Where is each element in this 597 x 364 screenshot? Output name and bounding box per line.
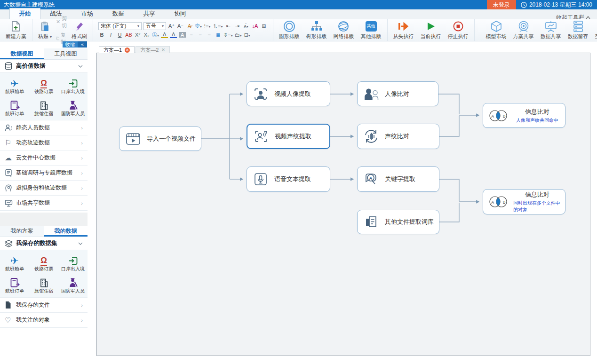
dataset-flight-order[interactable]: ✈航班订单: [0, 96, 29, 119]
dataset-border-entry[interactable]: 口岸出入境: [58, 252, 88, 274]
list-item-my-saved-files[interactable]: 我保存的文件›: [0, 298, 88, 313]
close-icon[interactable]: ✕: [125, 47, 130, 53]
tab-my-data[interactable]: 我的数据: [44, 226, 88, 237]
dataset-rail-ticket[interactable]: Ω铁路订票: [29, 74, 58, 96]
dataset-flight-order[interactable]: ✈航班订单: [0, 274, 29, 296]
bold-button[interactable]: B: [98, 32, 105, 38]
node-video-voiceprint-extract[interactable]: 视频声纹提取: [247, 124, 330, 149]
list-item-dynamic-track-data[interactable]: ⚐ 动态轨迹数据›: [0, 135, 88, 150]
flow-canvas[interactable]: 导入一个视频文件 视频人像提取 视频声纹提取 语音文本提取 人像比对 声纹比对 …: [96, 53, 590, 356]
dataset-border-entry[interactable]: 口岸出入境: [58, 74, 88, 96]
menu-tab-share[interactable]: 共享: [134, 8, 165, 19]
menu-tab-data[interactable]: 数据: [103, 8, 134, 19]
phonetic-icon[interactable]: 变▾: [195, 23, 202, 30]
char-scale-icon[interactable]: ᴀ́▾: [243, 23, 250, 29]
circle-layout-button[interactable]: 圆形排版: [276, 20, 303, 40]
new-plan-button[interactable]: 新建方案: [2, 20, 30, 40]
char-shade-icon[interactable]: A: [179, 32, 186, 38]
font-decrease-icon[interactable]: A⁻: [177, 23, 184, 29]
survey-doc-icon: [5, 169, 12, 177]
para-mark-icon[interactable]: ⊞: [261, 23, 268, 29]
superscript-button[interactable]: X²: [134, 32, 141, 38]
dataset-flight-manifest[interactable]: ✈航班舱单: [0, 252, 29, 274]
dataset-military-personnel[interactable]: 国防军人员: [58, 96, 88, 119]
list-item-my-followed-objects[interactable]: ♡ 我关注的对象›: [0, 313, 88, 328]
node-info-compare-top[interactable]: AB 信息比对 人像和声纹共同命中: [483, 103, 565, 128]
model-market-button[interactable]: 模型市场: [483, 20, 510, 40]
align-left-icon[interactable]: ≡: [188, 32, 195, 38]
node-keyword-extract[interactable]: A 关键字提取: [357, 166, 439, 192]
cut-button[interactable]: ✕剪切: [55, 15, 68, 30]
border-entry-icon: [68, 79, 78, 88]
circle-layout-icon: [283, 20, 295, 32]
tab-data-view[interactable]: 数据视图: [0, 48, 44, 59]
voiceprint-compare-icon: [363, 129, 379, 144]
close-icon[interactable]: ✕: [161, 47, 165, 52]
stop-button[interactable]: 停止执行: [445, 20, 472, 40]
font-size-select[interactable]: 五号▾: [143, 22, 166, 30]
list-item-survey-thematic-data[interactable]: 基础调研与专题库数据›: [0, 166, 88, 181]
subscript-button[interactable]: X₂: [143, 32, 150, 38]
format-painter-button[interactable]: 格式刷: [68, 20, 90, 40]
tab-tool-view[interactable]: 工具视图: [44, 48, 88, 59]
italic-button[interactable]: I: [107, 32, 114, 38]
run-from-start-button[interactable]: 从头执行: [390, 20, 417, 40]
data-retention-button[interactable]: 数据留存: [565, 20, 592, 40]
menu-tab-collab[interactable]: 协同: [165, 8, 196, 19]
dataset-military-personnel[interactable]: 国防军人员: [58, 274, 88, 296]
hotel-icon: [39, 278, 48, 288]
other-layout-button[interactable]: 其他 其他排版: [358, 20, 385, 40]
node-info-compare-bottom[interactable]: AB 信息比对 同时出现在多个文件中的对象: [483, 189, 565, 214]
border-icon[interactable]: ⊡▾: [244, 32, 251, 38]
indent-decrease-icon[interactable]: ⇤: [225, 23, 232, 29]
highlight-color-button[interactable]: A: [161, 32, 168, 38]
align-justify-icon[interactable]: ≣: [215, 32, 222, 38]
node-import-video[interactable]: 导入一个视频文件: [119, 127, 201, 151]
data-share-button[interactable]: 数据共享: [537, 20, 565, 40]
node-voiceprint-compare[interactable]: 声纹比对: [357, 124, 439, 149]
menu-tab-start[interactable]: 开始: [9, 8, 40, 19]
paste-button[interactable]: 粘贴 ▾: [35, 20, 55, 40]
sort-icon[interactable]: ↓A: [252, 23, 259, 29]
font-increase-icon[interactable]: A⁺: [168, 23, 175, 29]
list-item-static-person-data[interactable]: 静态人员数据›: [0, 120, 88, 135]
number-list-icon[interactable]: ⒈≡▾: [213, 23, 223, 30]
dataset-hotel-stay[interactable]: 旅馆住宿: [29, 274, 58, 296]
clear-format-icon[interactable]: A̷: [186, 23, 193, 29]
line-spacing-icon[interactable]: ⇕≡▾: [223, 32, 233, 38]
node-other-files-lexicon[interactable]: 其他文件提取词库: [357, 210, 439, 234]
dataset-hotel-stay[interactable]: 旅馆住宿: [29, 96, 58, 119]
section-high-value-data[interactable]: 高价值数据: [0, 60, 88, 73]
doc-tab-plan-2[interactable]: 方案—2 ✕: [135, 46, 170, 53]
list-item-market-shared-data[interactable]: 市场共享数据›: [0, 196, 88, 211]
align-center-icon[interactable]: ≡: [197, 32, 204, 38]
bullet-list-icon[interactable]: ⁝≡▾: [204, 23, 211, 29]
indent-increase-icon[interactable]: ⇥: [234, 23, 241, 29]
run-current-button[interactable]: 当前执行: [417, 20, 445, 40]
font-color-button[interactable]: A: [170, 32, 177, 38]
dataset-flight-manifest[interactable]: ✈航班舱单: [0, 74, 29, 96]
sidebar-collapse-button[interactable]: 收缩 «: [63, 41, 87, 47]
font-name-select[interactable]: 宋体 (正文)▾: [98, 22, 142, 30]
list-item-virtual-identity-data[interactable]: 虚拟身份和轨迹数据›: [0, 181, 88, 196]
list-item-cloud-file-data[interactable]: ☁ 云文件中心数据›: [0, 150, 88, 166]
doc-tab-plan-1[interactable]: 方案—1 ✕: [99, 46, 135, 53]
tab-my-plans[interactable]: 我的方案: [0, 226, 44, 237]
space-manage-button[interactable]: 空间管理: [592, 20, 597, 40]
dataset-rail-ticket[interactable]: Ω铁路订票: [29, 252, 58, 274]
tree-layout-button[interactable]: 树形排版: [303, 20, 330, 40]
node-video-face-extract[interactable]: 视频人像提取: [247, 81, 330, 106]
network-layout-button[interactable]: 网络排版: [330, 20, 358, 40]
node-speech-text-extract[interactable]: 语音文本提取: [247, 166, 330, 192]
underline-button[interactable]: U: [116, 32, 123, 38]
shading-icon[interactable]: 🗀▾: [235, 32, 242, 38]
section-my-saved-datasets[interactable]: 我保存的数据集: [0, 237, 88, 250]
login-status-badge[interactable]: 未登录: [487, 0, 516, 9]
strikethrough-button[interactable]: AB: [125, 32, 132, 38]
app-window: 大数据自主建模系统 未登录 2018-02-13 星期三 14:00 开始 战法…: [0, 0, 597, 364]
menu-tab-market[interactable]: 市场: [72, 8, 103, 19]
plan-share-button[interactable]: 方案共享: [510, 20, 537, 40]
node-face-compare[interactable]: 人像比对: [357, 81, 438, 106]
align-right-icon[interactable]: ≡: [206, 32, 213, 38]
text-effect-icon[interactable]: Ⓐ▾: [152, 32, 159, 39]
